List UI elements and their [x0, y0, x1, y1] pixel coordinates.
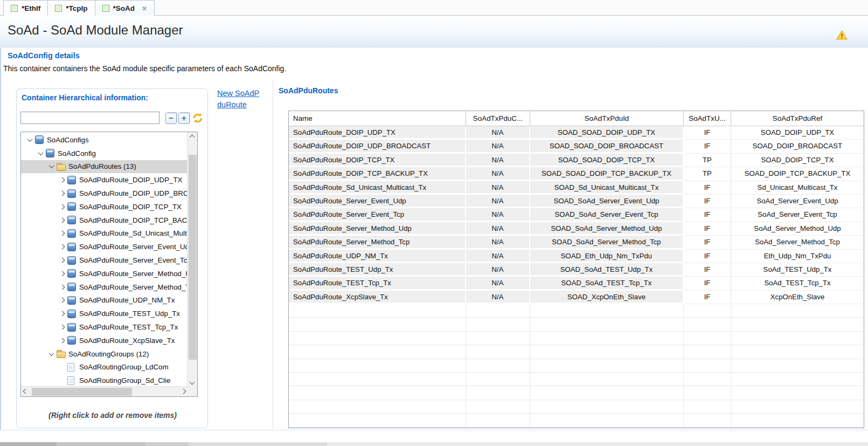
table-cell-empty[interactable] [466, 386, 530, 400]
table-cell-empty[interactable] [731, 373, 864, 386]
table-cell-empty[interactable] [289, 304, 466, 318]
tree-item[interactable]: SoAdPduRoute_DOIP_UDP_BROADCAST [21, 187, 188, 200]
table-cell-empty[interactable] [684, 345, 731, 359]
table-cell[interactable]: N/A [466, 154, 530, 167]
table-cell[interactable]: N/A [466, 181, 530, 195]
table-cell[interactable]: SOAD_SoAd_Server_Event_Udp [530, 195, 684, 208]
chevron-right-icon[interactable] [58, 325, 66, 329]
chevron-right-icon[interactable] [58, 285, 66, 289]
tree-item[interactable]: SoAdRoutingGroup_LdCom [21, 361, 188, 374]
scroll-left-icon[interactable] [23, 389, 29, 394]
table-cell[interactable]: IF [684, 291, 731, 304]
table-cell[interactable]: SOAD_SoAd_TEST_Tcp_Tx [530, 277, 684, 290]
table-cell[interactable]: Sd_Unicast_Multicast_Tx [731, 181, 864, 195]
table-row[interactable]: SoAdPduRoute_UDP_NM_TxN/ASOAD_Eth_Udp_Nm… [289, 250, 864, 263]
bottom-tab-segment[interactable] [145, 442, 189, 446]
column-header[interactable]: SoAdTxPduC... [466, 111, 530, 126]
tree-item[interactable]: SoAdConfig [21, 147, 188, 160]
table-cell[interactable]: IF [684, 181, 731, 195]
table-row[interactable]: SoAdPduRoute_DOIP_TCP_TXN/ASOAD_SOAD_DOI… [289, 154, 864, 167]
table-row[interactable]: SoAdPduRoute_DOIP_TCP_BACKUP_TXN/ASOAD_S… [289, 167, 864, 181]
tree-item[interactable]: SoAdPduRoute_UDP_NM_Tx [21, 294, 188, 307]
table-cell[interactable]: SOAD_SOAD_DOIP_TCP_TX [530, 154, 684, 167]
tree-item[interactable]: SoAdPduRoute_XcpSlave_Tx [21, 334, 188, 347]
table-row[interactable]: SoAdPduRoute_Sd_Unicast_Multicast_TxN/AS… [289, 181, 864, 195]
table-row[interactable]: SoAdPduRoute_Server_Method_TcpN/ASOAD_So… [289, 236, 864, 249]
table-cell[interactable]: N/A [466, 277, 530, 290]
chevron-right-icon[interactable] [58, 191, 66, 195]
table-cell-empty[interactable] [684, 414, 731, 427]
table-cell-empty[interactable] [684, 318, 731, 331]
table-cell[interactable]: N/A [466, 208, 530, 222]
table-cell-empty[interactable] [684, 304, 731, 318]
table-cell-empty[interactable] [466, 304, 530, 318]
table-cell[interactable]: SoAdPduRoute_Server_Method_Tcp [289, 236, 466, 249]
horizontal-scroll-thumb[interactable] [32, 388, 132, 396]
chevron-right-icon[interactable] [58, 339, 66, 342]
table-cell-empty[interactable] [466, 345, 530, 359]
table-cell[interactable]: SOAD_SOAD_DOIP_UDP_TX [530, 126, 684, 140]
table-cell[interactable]: XcpOnEth_Slave [731, 291, 864, 304]
table-row[interactable]: SoAdPduRoute_TEST_Udp_TxN/ASOAD_SoAd_TES… [289, 263, 864, 277]
table-cell-empty[interactable] [530, 304, 684, 318]
chevron-right-icon[interactable] [58, 245, 66, 249]
table-cell[interactable]: SOAD_SoAd_Server_Method_Tcp [530, 236, 684, 249]
table-cell-empty[interactable] [684, 332, 731, 345]
table-cell[interactable]: SoAd_TEST_Tcp_Tx [731, 277, 864, 290]
table-cell[interactable]: SOAD_SoAd_TEST_Udp_Tx [530, 263, 684, 277]
table-cell[interactable]: N/A [466, 250, 530, 263]
tree-item[interactable]: SoAdPduRoute_Server_Event_Udp [21, 240, 188, 253]
table-cell-empty[interactable] [466, 373, 530, 386]
tree-item[interactable]: SoAdPduRoute_Sd_Unicast_Multicast_Tx [21, 227, 188, 241]
table-cell-empty[interactable] [530, 345, 684, 359]
tab-tcpip[interactable]: *TcpIp [47, 0, 95, 16]
chevron-right-icon[interactable] [58, 258, 66, 262]
tree-item[interactable]: SoAdPduRoute_DOIP_TCP_TX [21, 200, 188, 214]
table-cell[interactable]: N/A [466, 167, 530, 181]
table-cell[interactable]: SoAd_Server_Method_Udp [731, 222, 864, 236]
table-cell[interactable]: SoAdPduRoute_Sd_Unicast_Multicast_Tx [289, 181, 466, 195]
table-cell[interactable]: SOAD_Sd_Unicast_Multicast_Tx [530, 181, 684, 195]
vertical-scrollbar[interactable] [187, 132, 197, 387]
table-cell-empty[interactable] [289, 332, 466, 345]
table-cell[interactable]: SoAdPduRoute_Server_Method_Udp [289, 222, 466, 236]
table-cell-empty[interactable] [289, 345, 466, 359]
tab-soad[interactable]: *SoAd ✕ [95, 0, 155, 16]
close-icon[interactable]: ✕ [142, 5, 147, 12]
table-cell[interactable]: SoAdPduRoute_DOIP_UDP_BROADCAST [289, 140, 466, 153]
table-cell[interactable]: IF [684, 140, 731, 153]
table-cell[interactable]: SoAdPduRoute_XcpSlave_Tx [289, 291, 466, 304]
bottom-tab-segment[interactable] [0, 442, 57, 446]
table-row[interactable]: SoAdPduRoute_DOIP_UDP_TXN/ASOAD_SOAD_DOI… [289, 126, 864, 140]
table-cell-empty[interactable] [731, 386, 864, 400]
table-row[interactable]: SoAdPduRoute_Server_Method_UdpN/ASOAD_So… [289, 222, 864, 236]
table-cell[interactable]: N/A [466, 236, 530, 249]
table-cell-empty[interactable] [466, 318, 530, 331]
column-header[interactable]: SoAdTxPduRef [731, 111, 864, 126]
table-cell[interactable]: SOAD_DOIP_BROADCAST [731, 140, 864, 153]
table-cell-empty[interactable] [684, 400, 731, 414]
scroll-up-icon[interactable] [190, 135, 195, 140]
bottom-tab-segment[interactable] [189, 442, 327, 446]
table-cell-empty[interactable] [530, 400, 684, 414]
table-cell[interactable]: IF [684, 195, 731, 208]
table-cell[interactable]: SoAd_Server_Method_Tcp [731, 236, 864, 249]
tree-item[interactable]: SoAdRoutingGroup_Sd_Clie [21, 374, 188, 387]
table-cell[interactable]: SOAD_DOIP_TCP_BACKUP_TX [731, 167, 864, 181]
table-cell[interactable]: TP [684, 154, 731, 167]
table-cell-empty[interactable] [530, 359, 684, 373]
tree-item[interactable]: SoAdPduRoute_TEST_Udp_Tx [21, 307, 188, 320]
scroll-right-icon[interactable] [181, 389, 186, 394]
table-cell[interactable]: SoAdPduRoute_Server_Event_Udp [289, 195, 466, 208]
table-cell[interactable]: IF [684, 277, 731, 290]
table-cell-empty[interactable] [466, 400, 530, 414]
table-cell[interactable]: N/A [466, 263, 530, 277]
collapse-all-button[interactable]: − [165, 113, 177, 124]
chevron-right-icon[interactable] [58, 298, 66, 302]
table-cell[interactable]: SoAdPduRoute_DOIP_TCP_BACKUP_TX [289, 167, 466, 181]
table-cell[interactable]: SoAdPduRoute_DOIP_UDP_TX [289, 126, 466, 140]
chevron-right-icon[interactable] [58, 312, 66, 315]
scroll-down-icon[interactable] [190, 380, 195, 385]
table-cell-empty[interactable] [530, 386, 684, 400]
table-cell[interactable]: SoAdPduRoute_UDP_NM_Tx [289, 250, 466, 263]
